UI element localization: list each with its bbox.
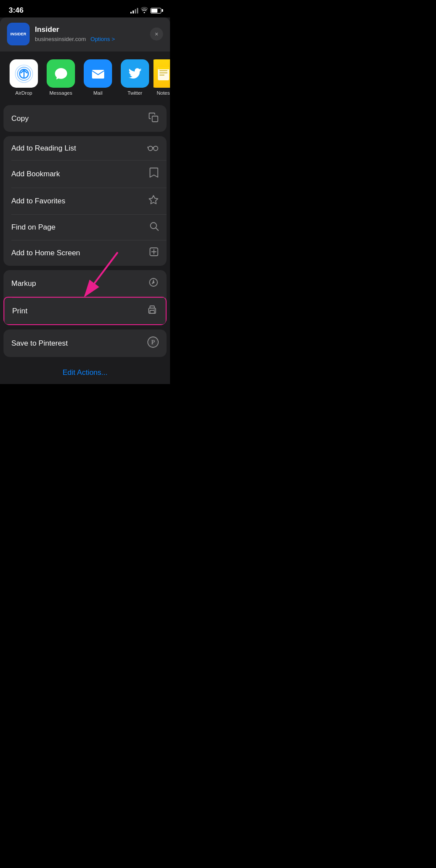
bookmark-icon xyxy=(149,167,159,181)
mail-icon xyxy=(84,59,112,88)
share-header-left: INSIDER Insider businessinsider.com Opti… xyxy=(7,23,115,45)
markup-label: Markup xyxy=(11,279,36,288)
close-button[interactable]: × xyxy=(150,27,163,41)
svg-rect-8 xyxy=(158,67,169,69)
markup-icon xyxy=(148,277,159,290)
svg-point-10 xyxy=(148,146,153,151)
add-favorites-action[interactable]: Add to Favorites xyxy=(3,188,167,214)
copy-icon xyxy=(148,112,159,125)
options-link[interactable]: Options > xyxy=(91,36,115,42)
app-item-notes[interactable]: Notes xyxy=(153,59,170,96)
action-group-1: Copy xyxy=(3,105,167,132)
action-group-2: Add to Reading List Add Bookmark xyxy=(3,136,167,266)
svg-marker-13 xyxy=(149,196,158,204)
messages-label: Messages xyxy=(49,90,72,96)
site-name: Insider xyxy=(35,25,115,34)
share-header: INSIDER Insider businessinsider.com Opti… xyxy=(0,17,170,51)
status-time: 3:46 xyxy=(9,6,24,15)
action-list: Copy Add to Reading List xyxy=(0,105,170,384)
app-item-messages[interactable]: Messages xyxy=(42,59,79,96)
svg-rect-22 xyxy=(150,310,154,313)
site-url-row: businessinsider.com Options > xyxy=(35,35,115,43)
add-bookmark-label: Add Bookmark xyxy=(11,170,60,178)
save-pinterest-action[interactable]: Save to Pinterest P xyxy=(3,329,167,357)
add-home-screen-action[interactable]: Add to Home Screen xyxy=(3,240,167,266)
wifi-icon xyxy=(141,7,148,14)
share-sheet: INSIDER Insider businessinsider.com Opti… xyxy=(0,17,170,384)
add-favorites-label: Add to Favorites xyxy=(11,197,65,206)
add-bookmark-action[interactable]: Add Bookmark xyxy=(3,160,167,188)
notes-label: Notes xyxy=(157,90,170,96)
search-icon xyxy=(149,221,159,233)
site-icon: INSIDER xyxy=(7,23,30,45)
signal-bars-icon xyxy=(130,7,138,14)
add-square-icon xyxy=(149,247,159,259)
svg-point-20 xyxy=(153,282,154,283)
status-icons xyxy=(130,7,161,14)
notes-icon xyxy=(153,59,170,88)
add-reading-list-action[interactable]: Add to Reading List xyxy=(3,136,167,160)
add-reading-list-label: Add to Reading List xyxy=(11,144,76,153)
site-info: Insider businessinsider.com Options > xyxy=(35,25,115,43)
mail-label: Mail xyxy=(93,90,102,96)
airdrop-label: AirDrop xyxy=(15,90,32,96)
twitter-label: Twitter xyxy=(128,90,143,96)
airdrop-icon xyxy=(10,59,38,88)
print-icon xyxy=(146,305,158,317)
app-item-twitter[interactable]: Twitter xyxy=(116,59,153,96)
svg-point-11 xyxy=(153,146,158,151)
svg-text:P: P xyxy=(151,339,155,346)
markup-action[interactable]: Markup xyxy=(3,270,167,297)
star-icon xyxy=(148,195,159,207)
site-url: businessinsider.com xyxy=(35,36,86,42)
print-action[interactable]: Print xyxy=(3,297,167,325)
svg-line-15 xyxy=(156,228,158,230)
add-home-screen-label: Add to Home Screen xyxy=(11,249,80,257)
pinterest-icon: P xyxy=(147,336,159,350)
page-wrapper: 3:46 INSIDER xyxy=(0,0,170,384)
print-label: Print xyxy=(12,307,27,316)
glasses-icon xyxy=(147,143,159,153)
action-group-4: Save to Pinterest P xyxy=(3,329,167,357)
svg-point-23 xyxy=(154,309,155,310)
battery-icon xyxy=(150,8,161,14)
action-group-3: Markup Print xyxy=(3,270,167,325)
app-row: AirDrop Messages Mail xyxy=(0,52,170,101)
twitter-icon xyxy=(121,59,149,88)
save-pinterest-label: Save to Pinterest xyxy=(11,339,68,348)
find-on-page-label: Find on Page xyxy=(11,223,55,232)
svg-line-12 xyxy=(147,147,148,148)
app-item-airdrop[interactable]: AirDrop xyxy=(5,59,42,96)
copy-action[interactable]: Copy xyxy=(3,105,167,132)
copy-label: Copy xyxy=(11,114,29,123)
status-bar: 3:46 xyxy=(0,0,170,17)
app-item-mail[interactable]: Mail xyxy=(79,59,116,96)
edit-actions[interactable]: Edit Actions... xyxy=(3,361,167,384)
messages-icon xyxy=(47,59,75,88)
svg-rect-9 xyxy=(152,116,158,122)
find-on-page-action[interactable]: Find on Page xyxy=(3,214,167,240)
